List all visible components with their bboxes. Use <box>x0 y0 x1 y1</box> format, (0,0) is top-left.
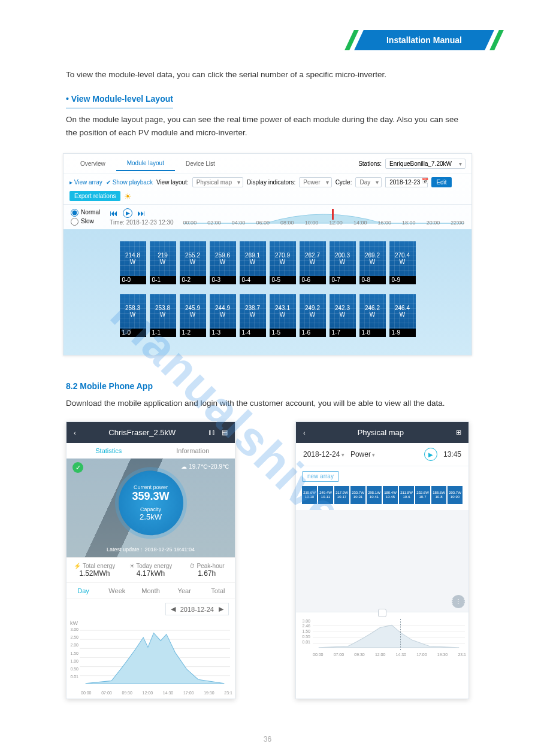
tab-overview[interactable]: Overview <box>69 157 116 171</box>
range-tab[interactable]: Total <box>201 583 235 599</box>
range-tab[interactable]: Month <box>134 583 167 599</box>
phone-b-time: 13:45 <box>443 450 461 459</box>
mini-module-cell[interactable]: 188.6W10-8 <box>431 486 446 504</box>
columns-icon[interactable]: ⫿⫿ <box>208 429 216 436</box>
module-cell[interactable]: 242.3W1-7 <box>330 294 356 337</box>
mini-module-cell[interactable]: 295.1W10-41 <box>367 486 382 504</box>
weather-label: ☁ 19.7℃~20.9℃ <box>181 463 229 470</box>
phone-statistics: ‹ ChrisFraser_2.5kW ⫿⫿ ▤ Statistics Info… <box>66 421 235 699</box>
module-cell[interactable]: 246.4W1-9 <box>389 294 416 337</box>
power-gauge: Current power 359.3W Capacity 2.5kW <box>119 470 183 535</box>
subtitle-body: On the module layout page, you can see t… <box>66 108 469 139</box>
prev-icon[interactable]: ⏮ <box>110 208 118 218</box>
toggle-grid-icon[interactable]: ⋮⋮⋮ <box>452 595 465 608</box>
module-cell[interactable]: 269.1W0-4 <box>240 241 266 284</box>
module-cell[interactable]: 245.9W1-2 <box>180 294 206 337</box>
module-cell[interactable]: 262.7W0-6 <box>300 241 326 284</box>
stations-select[interactable]: EnriqueBonilla_7.20kW <box>385 159 466 169</box>
mini-module-cell[interactable]: 232.6W10-7 <box>415 486 430 504</box>
module-cell[interactable]: 219W0-1 <box>150 241 176 284</box>
mini-module-cell[interactable]: 180.4W10-45 <box>383 486 398 504</box>
module-grid: 214.8W0-0219W0-1255.2W0-2259.6W0-3269.1W… <box>64 229 471 355</box>
phone-a-chart: kW 3.002.502.001.501.000.500.01 <box>67 619 235 691</box>
sun-icon: ☀ <box>124 192 132 201</box>
time-scrubber[interactable] <box>296 612 468 618</box>
module-layout-panel: Overview Module layout Device List Stati… <box>63 153 472 356</box>
stat-peak-hour: ⏱ Peak-hour1.67h <box>179 558 235 582</box>
section-8-2-heading: 8.2 Mobile Phone App <box>66 379 469 393</box>
display-indicators-select[interactable]: Power <box>299 177 331 187</box>
module-cell[interactable]: 249.2W1-6 <box>300 294 326 337</box>
module-cell[interactable]: 270.9W0-5 <box>270 241 296 284</box>
phone-a-title: ChrisFraser_2.5kW <box>76 428 208 437</box>
display-indicators-label: Display indicators: <box>247 179 295 186</box>
module-cell[interactable]: 246.2W1-8 <box>359 294 386 337</box>
prev-day-icon[interactable]: ◀ <box>171 605 176 613</box>
mini-module-cell[interactable]: 215.6W10-10 <box>302 486 317 504</box>
module-cell[interactable]: 253.8W1-1 <box>150 294 176 337</box>
range-tab[interactable]: Year <box>168 583 201 599</box>
intro-body: To view the module-level data, you can c… <box>66 68 469 81</box>
phone-b-canvas[interactable]: ⋮⋮⋮ <box>296 510 468 612</box>
phone-b-play-icon[interactable]: ▶ <box>424 448 437 461</box>
cycle-label: Cycle: <box>335 179 352 186</box>
mini-module-cell[interactable]: 249.4W10-11 <box>318 486 333 504</box>
module-cell[interactable]: 214.8W0-0 <box>120 241 146 284</box>
phone-b-chart: 3.002.461.500.550.01 <box>296 618 468 652</box>
next-day-icon[interactable]: ▶ <box>219 605 223 613</box>
radio-slow[interactable]: Slow <box>71 218 100 226</box>
playback-timeline[interactable]: 00:0002:0004:0006:0008:0010:0012:0014:00… <box>183 209 464 226</box>
stat-total-energy: ⚡ Total energy1.52MWh <box>67 558 123 582</box>
tab-device-list[interactable]: Device List <box>175 157 226 171</box>
phone-b-metric[interactable]: Power <box>350 450 376 459</box>
phone-a-date-picker[interactable]: ◀ 2018-12-24 ▶ <box>165 603 229 615</box>
module-cell[interactable]: 255.2W0-2 <box>180 241 206 284</box>
page-number: 36 <box>0 723 535 755</box>
module-cell[interactable]: 258.3W1-0 <box>120 294 146 337</box>
grid-icon[interactable]: ⊞ <box>456 429 461 436</box>
range-tab[interactable]: Week <box>100 583 134 599</box>
next-icon[interactable]: ⏭ <box>137 208 146 218</box>
playback-time: Time: 2018-12-23 12:30 <box>110 219 173 226</box>
phone-physical-map: ‹ Physical map ⊞ 2018-12-24 Power ▶ 13:4… <box>295 421 469 699</box>
section-8-2-body: Download the mobile application and logi… <box>66 393 469 410</box>
module-cell[interactable]: 200.3W0-7 <box>330 241 356 284</box>
range-tab[interactable]: Day <box>67 583 100 599</box>
module-cell[interactable]: 269.2W0-8 <box>359 241 386 284</box>
latest-update: Latest update：2018-12-25 19:41:04 <box>67 546 235 554</box>
layout-icon[interactable]: ▤ <box>222 429 228 436</box>
phone-b-date[interactable]: 2018-12-24 <box>303 450 344 459</box>
mini-module-cell[interactable]: 203.7W10-90 <box>448 486 463 504</box>
header-banner: Installation Manual <box>349 30 499 50</box>
mini-module-cell[interactable]: 233.7W10-31 <box>350 486 365 504</box>
cycle-select[interactable]: Day <box>355 177 382 187</box>
banner-text: Installation Manual <box>349 30 499 50</box>
tab-statistics[interactable]: Statistics <box>67 443 151 459</box>
radio-normal[interactable]: Normal <box>71 209 100 217</box>
play-icon[interactable]: ▶ <box>123 208 132 218</box>
phone-b-title: Physical map <box>306 428 456 437</box>
section-subtitle: • View Module-level Layout <box>66 81 173 108</box>
date-picker[interactable]: 2018-12-23 <box>385 177 428 187</box>
show-playback-link[interactable]: ✔ Show playback <box>106 179 153 186</box>
export-relations-button[interactable]: Export relations <box>69 191 120 201</box>
module-cell[interactable]: 238.7W1-4 <box>240 294 266 337</box>
tab-module-layout[interactable]: Module layout <box>116 156 175 171</box>
module-cell[interactable]: 244.9W1-3 <box>210 294 236 337</box>
mini-module-cell[interactable]: 211.8W10-6 <box>399 486 414 504</box>
stations-label: Stations: <box>358 160 382 167</box>
edit-button[interactable]: Edit <box>431 177 451 187</box>
new-array-button[interactable]: new array <box>302 471 339 482</box>
view-array-link[interactable]: View array <box>69 179 102 186</box>
module-cell[interactable]: 243.1W1-5 <box>270 294 296 337</box>
tab-information[interactable]: Information <box>151 443 235 459</box>
view-layout-label: View layout: <box>156 179 189 186</box>
timeline-marker[interactable] <box>332 209 334 220</box>
module-cell[interactable]: 259.6W0-3 <box>210 241 236 284</box>
stat-today-energy: ☀ Today energy4.17kWh <box>123 558 179 582</box>
module-cell[interactable]: 270.4W0-9 <box>389 241 416 284</box>
view-layout-select[interactable]: Physical map <box>192 177 243 187</box>
mini-module-cell[interactable]: 217.9W10-17 <box>334 486 349 504</box>
